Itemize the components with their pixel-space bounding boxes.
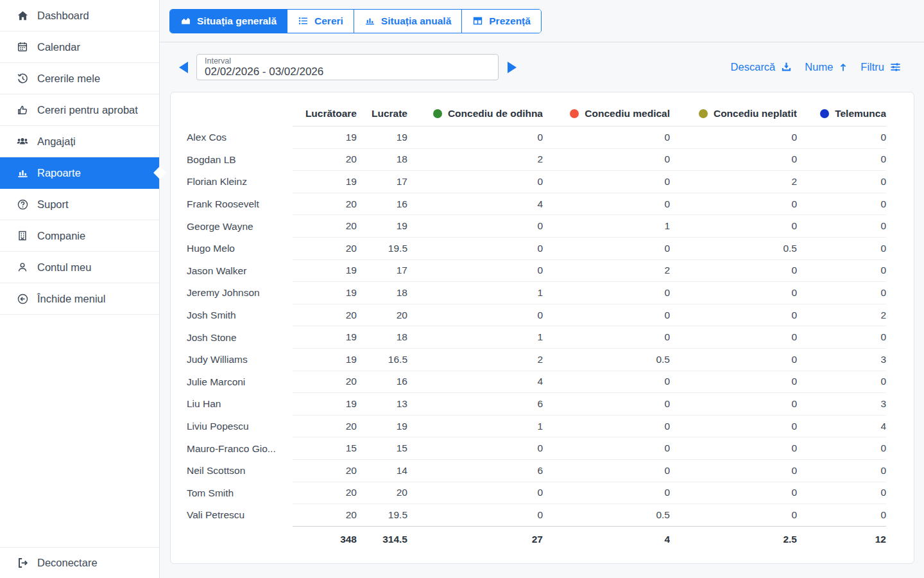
cell-value: 19 [293,171,357,193]
sidebar-item-requests-to-approve[interactable]: Cereri pentru aprobat [0,94,159,126]
cell-value: 4 [407,193,543,216]
sidebar-item-calendar[interactable]: Calendar [0,31,159,63]
header-concediu-medical: Concediu medical [543,101,670,127]
sidebar-item-label: Contul meu [37,261,91,274]
cell-value: 0 [670,304,797,327]
calendar-icon [16,40,29,53]
total-concediu-medical: 4 [543,527,670,552]
cell-value: 18 [357,326,407,349]
sidebar-item-company[interactable]: Companie [0,220,159,252]
sort-button[interactable]: Nume [805,61,848,73]
sidebar-item-logout[interactable]: Deconectare [0,547,159,578]
cell-value: 20 [293,504,357,527]
interval-next-button[interactable] [508,62,517,73]
cell-value: 16.5 [357,349,407,371]
collapse-icon [16,292,29,305]
history-icon [16,72,29,85]
table-icon [472,15,483,26]
cell-value: 18 [357,282,407,304]
sidebar-item-label: Cereri pentru aprobat [37,104,138,116]
cell-value: 0 [407,482,543,505]
tab-situatia-anuala[interactable]: Situația anuală [354,10,461,33]
cell-value: 15 [357,437,407,460]
thumbs-up-icon [16,103,29,116]
interval-prev-button[interactable] [179,62,188,73]
toolbar: Interval 02/02/2026 - 03/02/2026 Descarc… [160,42,924,92]
sidebar-item-label: Închide meniul [37,293,105,305]
sidebar-item-reports[interactable]: Rapoarte [0,157,159,189]
cell-value: 0 [670,460,797,482]
tab-situatia-generala[interactable]: Situația generală [170,10,287,33]
cell-value: 0 [797,504,886,527]
sidebar-item-label: Calendar [37,41,80,53]
report-table: Lucrătoare Lucrate Concediu de odihna Co… [187,101,886,552]
cell-value: 0 [543,282,670,304]
cell-value: 0 [797,326,886,349]
cell-value: 3 [797,349,886,371]
employee-name: Mauro-Franco Gio... [187,437,293,460]
header-label: Concediu medical [585,108,670,119]
cell-value: 0 [670,371,797,394]
cell-value: 20 [357,304,407,327]
logout-icon [16,557,29,570]
download-button[interactable]: Descarcă [731,61,793,73]
employee-name: Vali Petrescu [187,504,293,527]
sort-label: Nume [805,61,833,73]
sidebar: Dashboard Calendar Cererile mele Cereri … [0,0,160,578]
cell-value: 2 [543,260,670,283]
employee-name: Jeremy Johnson [187,282,293,304]
tab-cereri[interactable]: Cereri [287,10,354,33]
interval-input[interactable]: Interval 02/02/2026 - 03/02/2026 [196,54,499,80]
cell-value: 0 [407,304,543,327]
sidebar-item-label: Dashboard [37,10,89,22]
cell-value: 0 [670,393,797,416]
employee-name: Tom Smith [187,482,293,505]
users-icon [16,135,29,148]
employee-name: Florian Kleinz [187,171,293,193]
sidebar-item-label: Suport [37,198,69,211]
cell-value: 19 [293,349,357,371]
sidebar-item-support[interactable]: Suport [0,189,159,220]
legend-dot-unpaid [699,109,708,118]
legend-dot-remote [820,109,829,118]
cell-value: 1 [407,282,543,304]
cell-value: 19 [293,127,357,149]
toolbar-links: Descarcă Nume Filtru [731,61,902,73]
cell-value: 2 [407,149,543,171]
sidebar-item-employees[interactable]: Angajați [0,126,159,157]
cell-value: 19.5 [357,238,407,260]
header-concediu-neplatit: Concediu neplatit [670,101,797,127]
sidebar-item-close-menu[interactable]: Închide meniul [0,283,159,315]
tab-prezenta[interactable]: Prezență [461,10,541,33]
cell-value: 0 [543,326,670,349]
arrow-up-icon [838,62,848,73]
header-label: Concediu neplatit [714,108,797,119]
filter-button[interactable]: Filtru [860,61,902,73]
cell-value: 0 [543,460,670,482]
cell-value: 19 [357,215,407,238]
tab-label: Situația generală [197,15,277,27]
download-label: Descarcă [731,61,776,73]
cell-value: 0 [670,504,797,527]
sidebar-item-dashboard[interactable]: Dashboard [0,0,159,31]
sidebar-item-my-account[interactable]: Contul meu [0,252,159,283]
total-concediu-odihna: 27 [407,527,543,552]
cell-value: 0 [670,437,797,460]
cell-value: 20 [293,149,357,171]
app-root: Dashboard Calendar Cererile mele Cereri … [0,0,924,578]
cell-value: 2 [797,304,886,327]
cell-value: 0 [543,193,670,216]
sidebar-item-my-requests[interactable]: Cererile mele [0,63,159,94]
cell-value: 18 [357,149,407,171]
header-lucratoare: Lucrătoare [293,101,357,127]
sidebar-item-label: Deconectare [37,557,98,569]
cell-value: 0 [543,393,670,416]
cell-value: 16 [357,371,407,394]
cell-value: 6 [407,393,543,416]
cell-value: 0 [543,416,670,438]
report-card: Lucrătoare Lucrate Concediu de odihna Co… [170,92,914,564]
help-icon [16,198,29,211]
legend-dot-vacation [433,109,442,118]
cell-value: 0 [797,282,886,304]
employee-name: Josh Stone [187,326,293,349]
